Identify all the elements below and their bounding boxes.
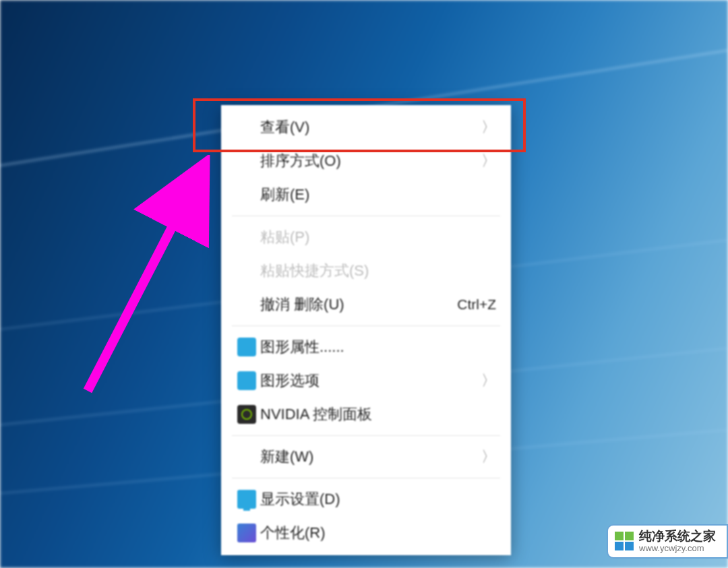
menu-item-view[interactable]: 查看(V) 〉 <box>221 111 511 144</box>
chevron-right-icon: 〉 <box>481 447 496 467</box>
watermark-badge: 纯净系统之家 www.ycwjzy.com <box>607 524 728 559</box>
menu-item-label: 排序方式(O) <box>260 151 481 171</box>
menu-item-paste-shortcut: 粘贴快捷方式(S) <box>221 254 511 288</box>
nvidia-icon <box>233 405 260 424</box>
menu-item-label: 粘贴快捷方式(S) <box>260 261 496 281</box>
menu-item-graphics-options[interactable]: 图形选项 〉 <box>221 364 511 398</box>
menu-item-label: 图形属性...... <box>260 337 496 357</box>
menu-item-label: 查看(V) <box>260 117 481 137</box>
menu-item-undo-delete[interactable]: 撤消 删除(U) Ctrl+Z <box>221 288 511 321</box>
menu-item-nvidia-control-panel[interactable]: NVIDIA 控制面板 <box>221 398 511 431</box>
menu-item-label: 显示设置(D) <box>260 489 496 509</box>
menu-item-label: 粘贴(P) <box>260 227 496 247</box>
menu-item-label: 新建(W) <box>260 447 481 467</box>
intel-graphics-icon <box>233 371 260 390</box>
personalize-icon <box>233 524 260 542</box>
menu-item-label: 撤消 删除(U) <box>260 294 457 315</box>
display-icon <box>233 490 260 509</box>
menu-item-label: 图形选项 <box>260 371 481 391</box>
menu-item-personalize[interactable]: 个性化(R) <box>221 516 511 550</box>
menu-item-refresh[interactable]: 刷新(E) <box>221 178 511 212</box>
watermark-title: 纯净系统之家 <box>639 530 716 544</box>
desktop-context-menu: 查看(V) 〉 排序方式(O) 〉 刷新(E) 粘贴(P) 粘贴快捷方式(S) … <box>221 105 511 555</box>
watermark-logo-icon <box>615 532 634 550</box>
menu-item-graphics-properties[interactable]: 图形属性...... <box>221 330 511 364</box>
menu-item-label: 个性化(R) <box>260 523 496 543</box>
menu-separator <box>232 325 500 326</box>
menu-item-label: 刷新(E) <box>260 185 496 205</box>
menu-item-sort[interactable]: 排序方式(O) 〉 <box>221 144 511 178</box>
menu-item-paste: 粘贴(P) <box>221 220 511 254</box>
chevron-right-icon: 〉 <box>481 371 496 391</box>
chevron-right-icon: 〉 <box>481 151 496 171</box>
svg-line-0 <box>88 168 202 391</box>
menu-item-label: NVIDIA 控制面板 <box>260 404 496 424</box>
watermark-url: www.ycwjzy.com <box>639 544 716 553</box>
annotation-arrow-icon <box>67 155 222 398</box>
menu-separator <box>232 216 500 216</box>
intel-graphics-icon <box>233 338 260 356</box>
menu-separator <box>232 435 500 436</box>
menu-item-shortcut: Ctrl+Z <box>457 296 496 313</box>
menu-item-new[interactable]: 新建(W) 〉 <box>221 440 511 474</box>
menu-separator <box>232 478 500 478</box>
menu-item-display-settings[interactable]: 显示设置(D) <box>221 482 511 516</box>
chevron-right-icon: 〉 <box>481 117 496 137</box>
